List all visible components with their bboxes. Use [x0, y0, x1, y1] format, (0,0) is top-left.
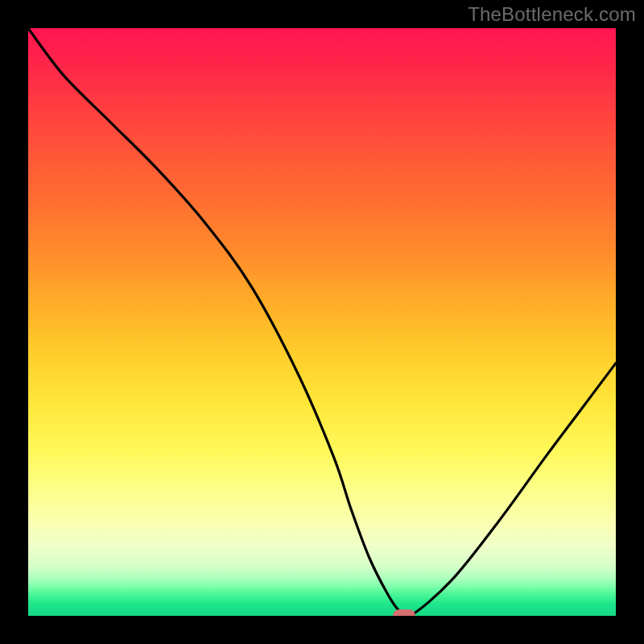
watermark-text: TheBottleneck.com [468, 3, 636, 26]
chart-frame: TheBottleneck.com [0, 0, 644, 644]
bottleneck-curve [28, 28, 616, 616]
optimum-marker [393, 609, 415, 616]
plot-area [28, 28, 616, 616]
